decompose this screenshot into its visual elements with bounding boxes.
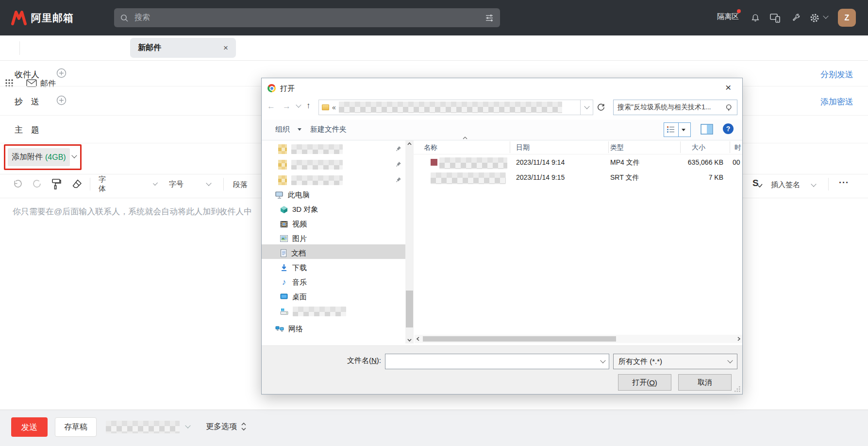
insert-signature-button[interactable]: 插入签名	[771, 180, 800, 189]
file-row[interactable]: 2023/11/14 9:15 SRT 文件 7 KB	[414, 171, 742, 186]
attach-label: 添加附件	[12, 152, 43, 162]
file-list-header: 名称 日期 类型 大小 时	[414, 140, 742, 154]
font-family-select[interactable]: 字体	[99, 178, 157, 190]
save-draft-button[interactable]: 存草稿	[55, 417, 97, 437]
body-placeholder: 你只需要在@后面输入联系人，系统就会自动将此人加到收件人中	[13, 206, 252, 217]
filetype-select[interactable]: 所有文件 (*.*)	[613, 354, 737, 369]
new-folder-button[interactable]: 新建文件夹	[310, 125, 347, 134]
view-mode-button[interactable]	[664, 122, 691, 137]
open-button[interactable]: 打开(O)	[618, 374, 671, 391]
download-arrow-icon	[280, 264, 288, 272]
redo-icon[interactable]	[32, 179, 43, 189]
column-date[interactable]: 日期	[516, 143, 530, 152]
add-attachment-button[interactable]: 添加附件 (4GB)	[8, 148, 70, 166]
scroll-up-icon[interactable]	[407, 142, 412, 145]
add-bcc-link[interactable]: 添加密送	[820, 96, 853, 107]
help-button[interactable]: ?	[723, 123, 734, 134]
search-bar[interactable]: 搜索	[114, 8, 500, 27]
divider	[19, 41, 20, 55]
sidebar-item-desktop[interactable]: 桌面	[280, 290, 307, 304]
resize-grip[interactable]	[734, 386, 740, 392]
sidebar-item-os-drive-redacted[interactable]	[280, 304, 346, 319]
address-bar[interactable]: «	[318, 100, 581, 115]
scroll-down-icon[interactable]	[407, 339, 412, 342]
signature-icon[interactable]: S	[752, 178, 763, 189]
sidebar-item-network[interactable]: 网络	[275, 322, 303, 336]
font-size-select[interactable]: 字号	[169, 178, 215, 190]
avatar[interactable]: Z	[838, 9, 856, 27]
pinned-folder-redacted[interactable]	[278, 173, 404, 188]
divider	[680, 141, 681, 153]
column-type[interactable]: 类型	[610, 143, 624, 152]
more-options-updown-icon[interactable]	[240, 421, 247, 432]
chevron-down-icon	[206, 180, 211, 186]
paragraph-select[interactable]: 段落	[233, 180, 248, 189]
file-list-hscrollbar[interactable]	[415, 335, 742, 343]
format-painter-icon[interactable]	[50, 178, 62, 190]
more-tools-button[interactable]: ···	[839, 178, 849, 188]
film-icon	[280, 221, 288, 228]
tab-new-mail[interactable]: 新邮件 ×	[130, 38, 236, 58]
pinned-folder-redacted[interactable]	[278, 157, 404, 172]
nav-history-chevron-icon[interactable]	[296, 102, 301, 107]
scroll-right-icon[interactable]	[737, 337, 740, 341]
dialog-sidebar: 此电脑 3D 对象 视频 图片	[262, 140, 405, 344]
tab-close-icon[interactable]: ×	[223, 43, 228, 53]
sender-chevron-icon[interactable]	[185, 423, 190, 428]
cancel-button[interactable]: 取消	[678, 374, 732, 391]
pinned-folder-redacted[interactable]	[278, 142, 404, 156]
search-filter-icon[interactable]	[484, 13, 494, 23]
divider	[828, 178, 829, 190]
picture-icon	[280, 235, 288, 242]
chevron-down-icon	[584, 103, 589, 109]
column-name[interactable]: 名称	[424, 143, 437, 152]
quarantine-link[interactable]: 隔离区	[717, 12, 739, 21]
more-options-button[interactable]: 更多选项	[206, 422, 237, 432]
sidebar-item-videos[interactable]: 视频	[280, 217, 307, 231]
sidebar-item-music[interactable]: ♪ 音乐	[280, 275, 307, 290]
tab-title: 新邮件	[138, 43, 223, 53]
sidebar-item-this-pc[interactable]: 此电脑	[275, 188, 310, 202]
dialog-search-box[interactable]: 搜索"反垃圾系统与相关技术1...	[613, 100, 737, 115]
eraser-icon[interactable]	[71, 178, 83, 190]
scroll-left-icon[interactable]	[417, 337, 419, 341]
organize-menu[interactable]: 组织	[275, 125, 290, 134]
undo-icon[interactable]	[12, 179, 23, 189]
settings-gear-icon[interactable]	[809, 12, 820, 24]
search-icon	[120, 14, 129, 22]
cube-icon	[280, 206, 288, 214]
attach-chevron-icon[interactable]	[71, 153, 77, 158]
dialog-title: 打开	[280, 84, 295, 93]
alimail-logo	[10, 9, 28, 27]
address-dropdown-button[interactable]	[581, 100, 593, 115]
send-button[interactable]: 发送	[11, 417, 48, 437]
chevron-down-icon[interactable]	[811, 181, 816, 187]
refresh-button[interactable]	[594, 100, 608, 115]
add-cc-icon[interactable]	[56, 95, 67, 105]
video-thumbnail-icon	[431, 159, 437, 166]
wrench-icon[interactable]	[790, 13, 801, 23]
sidebar-item-downloads[interactable]: 下载	[280, 260, 307, 275]
nav-forward-icon[interactable]: →	[283, 102, 291, 111]
preview-pane-icon[interactable]	[701, 124, 713, 135]
sidebar-item-documents-selected[interactable]: 文档	[280, 246, 306, 260]
nav-up-icon[interactable]: ↑	[306, 101, 311, 111]
mail-nav-label[interactable]: 邮件	[40, 79, 56, 89]
sidebar-scrollbar[interactable]	[405, 140, 414, 343]
devices-icon[interactable]	[769, 13, 781, 23]
column-duration[interactable]: 时	[734, 143, 741, 152]
notification-bell-icon[interactable]	[750, 13, 761, 23]
send-separately-link[interactable]: 分别发送	[820, 69, 853, 80]
scrollbar-thumb[interactable]	[406, 291, 413, 327]
sidebar-item-pictures[interactable]: 图片	[280, 231, 307, 246]
dialog-close-icon[interactable]: ×	[725, 82, 731, 93]
add-recipient-icon[interactable]	[56, 68, 67, 78]
filename-input[interactable]	[385, 354, 609, 369]
scrollbar-thumb[interactable]	[423, 336, 616, 342]
settings-chevron-icon[interactable]	[823, 13, 828, 18]
column-size[interactable]: 大小	[692, 143, 705, 152]
file-row[interactable]: 2023/11/14 9:14 MP4 文件 635,066 KB 00	[414, 156, 742, 171]
sidebar-item-3d-objects[interactable]: 3D 对象	[280, 202, 318, 217]
nav-back-icon[interactable]: ←	[267, 102, 275, 111]
sender-account-redacted[interactable]	[106, 421, 180, 433]
